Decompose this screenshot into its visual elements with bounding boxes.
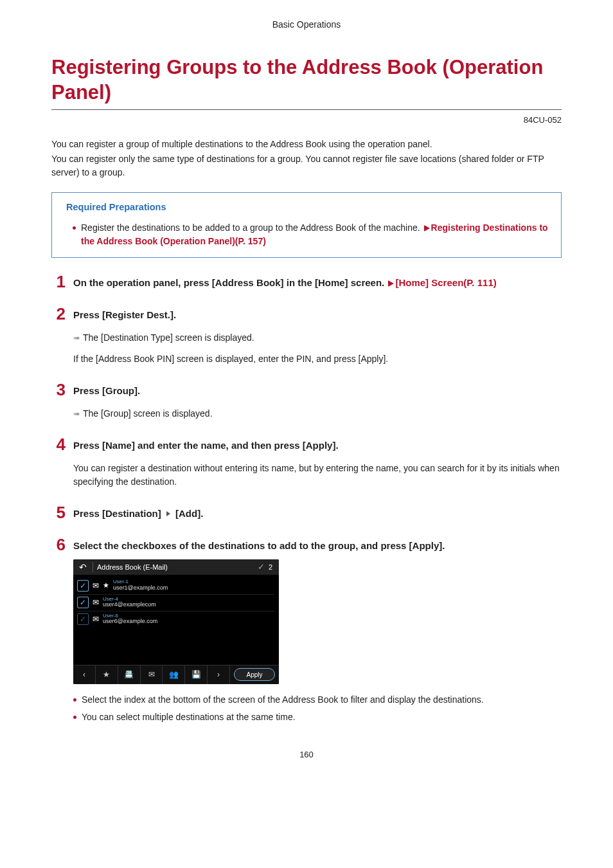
nav-prev-icon[interactable]: ‹: [73, 665, 96, 684]
step-6-bullet: You can select multiple destinations at …: [73, 710, 562, 724]
step-5-title-b: [Add].: [175, 508, 203, 519]
step-2-result-text: The [Destination Type] screen is display…: [83, 332, 254, 343]
page-number: 160: [51, 750, 562, 759]
step-number: 6: [51, 536, 66, 553]
step-title: On the operation panel, press [Address B…: [73, 273, 562, 290]
step-3-result: ➠The [Group] screen is displayed.: [73, 407, 562, 420]
row-email: user6@example.com: [103, 619, 157, 625]
step-title: Press [Destination] [Add].: [73, 504, 562, 521]
mail-icon: ✉: [93, 598, 99, 607]
step-number: 5: [51, 504, 66, 521]
nav-next-icon[interactable]: ›: [208, 665, 230, 684]
mail-icon: ✉: [93, 581, 99, 590]
step-number: 4: [51, 436, 66, 453]
filter-group-icon[interactable]: 👥: [163, 665, 185, 684]
check-icon: ✓: [258, 562, 265, 572]
required-preparations-title: Required Preparations: [66, 202, 549, 212]
result-arrow-icon: ➠: [73, 333, 80, 343]
step-title: Press [Group].: [73, 381, 562, 398]
list-item[interactable]: ✓ ✉ User-4 user4@examplecom: [77, 594, 275, 611]
step-title: Select the checkboxes of the destination…: [73, 536, 562, 553]
step-title: Press [Register Dest.].: [73, 305, 562, 322]
step-6-bullet: Select the index at the bottom of the sc…: [73, 693, 562, 707]
bullet-icon: [73, 226, 76, 230]
step-1-title-pre: On the operation panel, press [Address B…: [73, 277, 387, 288]
step-1: 1 On the operation panel, press [Address…: [51, 273, 562, 290]
step-3: 3 Press [Group]. ➠The [Group] screen is …: [51, 381, 562, 420]
intro-paragraph-1: You can register a group of multiple des…: [51, 138, 562, 151]
sequence-arrow-icon: [166, 511, 170, 516]
device-screenshot: ↶ Address Book (E-Mail) ✓ 2 ✓ ✉ ★ User-1…: [73, 559, 562, 684]
step-5: 5 Press [Destination] [Add].: [51, 504, 562, 521]
prep-item: Register the destinations to be added to…: [66, 221, 549, 248]
selected-count: 2: [269, 563, 272, 571]
step-5-title-a: Press [Destination]: [73, 508, 161, 519]
step-number: 1: [51, 273, 66, 290]
bullet-icon: [73, 716, 76, 719]
step-2-note: If the [Address Book PIN] screen is disp…: [73, 352, 562, 366]
step-2-result: ➠The [Destination Type] screen is displa…: [73, 331, 562, 345]
list-item[interactable]: ✓ ✉ User-6 user6@example.com: [77, 611, 275, 628]
checkbox-icon[interactable]: ✓: [77, 597, 89, 608]
star-icon: ★: [103, 581, 109, 590]
step-number: 2: [51, 305, 66, 322]
play-icon: [424, 225, 430, 231]
result-arrow-icon: ➠: [73, 409, 80, 419]
filter-favorites-icon[interactable]: ★: [96, 665, 118, 684]
intro-paragraph-2: You can register only the same type of d…: [51, 152, 562, 179]
play-icon: [388, 280, 394, 287]
device-bottom-bar: ‹ ★ 📇 ✉ 👥 💾 › Apply: [73, 665, 279, 684]
step-title: Press [Name] and enter the name, and the…: [73, 436, 562, 453]
step-4-note: You can register a destination without e…: [73, 462, 562, 489]
device-list: ✓ ✉ ★ User-1 user1@example.com ✓ ✉ User-…: [73, 575, 279, 665]
document-code: 84CU-052: [51, 115, 562, 125]
bullet-icon: [73, 698, 76, 701]
page-section-header: Basic Operations: [51, 19, 562, 30]
row-email: user4@examplecom: [103, 602, 156, 608]
step-1-link-text: [Home] Screen(P. 111): [395, 277, 496, 288]
device-titlebar: ↶ Address Book (E-Mail) ✓ 2: [73, 559, 279, 575]
title-divider: [51, 109, 562, 110]
step-6-bullet-1-text: Select the index at the bottom of the sc…: [82, 693, 484, 707]
device-title: Address Book (E-Mail): [97, 563, 258, 571]
back-icon[interactable]: ↶: [77, 562, 89, 572]
step-3-result-text: The [Group] screen is displayed.: [83, 408, 213, 419]
filter-fax-icon[interactable]: 📇: [118, 665, 141, 684]
row-email: user1@example.com: [113, 585, 168, 592]
required-preparations-box: Required Preparations Register the desti…: [51, 192, 562, 258]
prep-item-pre: Register the destinations to be added to…: [81, 222, 423, 233]
step-6: 6 Select the checkboxes of the destinati…: [51, 536, 562, 724]
step-4: 4 Press [Name] and enter the name, and t…: [51, 436, 562, 489]
divider: [93, 562, 93, 572]
checkbox-icon[interactable]: ✓: [77, 613, 89, 625]
apply-button[interactable]: Apply: [234, 668, 275, 681]
step-number: 3: [51, 381, 66, 398]
prep-item-text: Register the destinations to be added to…: [81, 221, 549, 248]
mail-icon: ✉: [93, 615, 99, 624]
intro-block: You can register a group of multiple des…: [51, 138, 562, 179]
filter-save-icon[interactable]: 💾: [185, 665, 208, 684]
list-item[interactable]: ✓ ✉ ★ User-1 user1@example.com: [77, 577, 275, 594]
step-1-link[interactable]: [Home] Screen(P. 111): [387, 277, 496, 288]
step-2: 2 Press [Register Dest.]. ➠The [Destinat…: [51, 305, 562, 366]
filter-mail-icon[interactable]: ✉: [141, 665, 163, 684]
checkbox-icon[interactable]: ✓: [77, 580, 89, 592]
page-title: Registering Groups to the Address Book (…: [51, 55, 562, 105]
step-6-bullet-2-text: You can select multiple destinations at …: [82, 710, 296, 724]
